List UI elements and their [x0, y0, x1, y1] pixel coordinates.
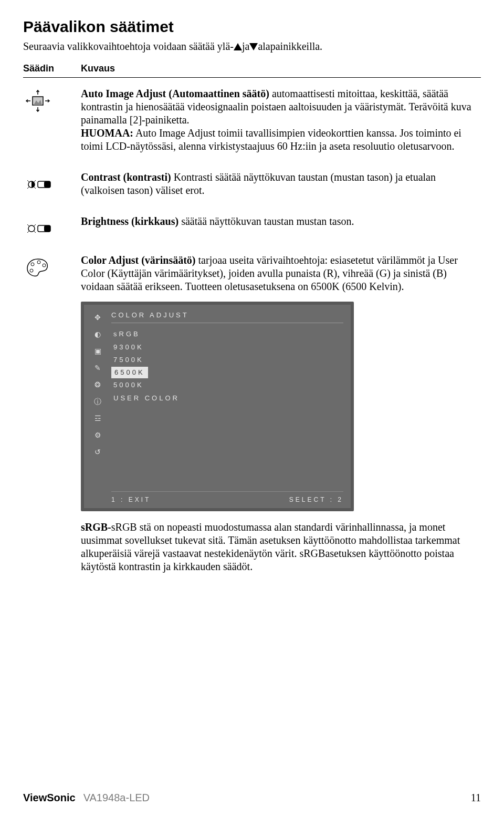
up-arrow-icon [234, 43, 242, 50]
osd-side-auto-icon: ✥ [93, 312, 104, 324]
footer-page-number: 11 [471, 791, 481, 804]
osd-side-setup-icon: ⚙ [93, 430, 104, 441]
color-adjust-desc: Color Adjust (värinsäätö) tarjoaa useita… [81, 254, 481, 293]
osd-item-user-color[interactable]: USER COLOR [111, 392, 343, 404]
svg-line-4 [34, 180, 36, 182]
footer-brand: ViewSonic [23, 792, 76, 803]
brightness-label: Brightness (kirkkaus) [81, 215, 178, 227]
srgb-text: sRGB stä on nopeasti muodostumassa alan … [81, 521, 460, 572]
intro-post: alapainikkeilla. [258, 40, 322, 52]
brightness-desc: Brightness (kirkkaus) säätää näyttökuvan… [81, 215, 481, 228]
svg-point-19 [30, 269, 33, 272]
osd-menu-list: sRGB 9300K 7500K 6500K 5000K USER COLOR [111, 328, 343, 486]
contrast-icon [23, 172, 52, 197]
svg-line-10 [27, 224, 29, 226]
auto-image-adjust-icon [23, 88, 52, 113]
table-row: Brightness (kirkkaus) säätää näyttökuvan… [23, 215, 481, 244]
contrast-desc: Contrast (kontrasti) Kontrasti säätää nä… [81, 171, 481, 197]
intro-pre: Seuraavia valikkovaihtoehtoja voidaan sä… [23, 40, 234, 52]
osd-side-color-icon: ✎ [93, 363, 104, 374]
table-row: Contrast (kontrasti) Kontrasti säätää nä… [23, 171, 481, 205]
osd-side-info-icon: ⓘ [93, 396, 104, 408]
down-arrow-icon [249, 43, 258, 50]
osd-side-contrast-icon: ◐ [93, 329, 104, 340]
auto-note-label: HUOMAA: [81, 127, 133, 139]
table-row: Color Adjust (värinsäätö) tarjoaa useita… [23, 254, 481, 582]
osd-panel: ✥ ◐ ▣ ✎ ❂ ⓘ ☲ ⚙ ↺ COLOR ADJUST sRGB [81, 302, 354, 511]
svg-line-3 [27, 180, 29, 182]
osd-select-label: SELECT : 2 [289, 496, 343, 504]
brightness-text: säätää näyttökuvan taustan mustan tason. [178, 215, 354, 227]
auto-image-adjust-desc: Auto Image Adjust (Automaattinen säätö) … [81, 87, 481, 153]
osd-item-7500k[interactable]: 7500K [111, 354, 343, 366]
osd-item-5000k[interactable]: 5000K [111, 379, 343, 391]
color-adjust-icon [23, 255, 52, 280]
page-title: Päävalikon säätimet [23, 17, 481, 37]
intro-text: Seuraavia valikkovaihtoehtoja voidaan sä… [23, 40, 481, 53]
controls-table: Säädin Kuvaus Auto Image Adjust (Automaa… [23, 63, 481, 582]
svg-line-6 [34, 187, 36, 189]
table-header-description: Kuvaus [81, 63, 481, 75]
table-header-control: Säädin [23, 63, 81, 75]
svg-line-11 [34, 224, 36, 226]
table-row: Auto Image Adjust (Automaattinen säätö) … [23, 87, 481, 161]
brightness-icon [23, 216, 52, 241]
svg-point-17 [37, 261, 40, 264]
table-header-row: Säädin Kuvaus [23, 63, 481, 78]
footer-model: VA1948a-LED [83, 792, 150, 803]
osd-title: COLOR ADJUST [111, 310, 343, 323]
osd-footer: 1 : EXIT SELECT : 2 [111, 491, 343, 504]
osd-item-9300k[interactable]: 9300K [111, 342, 343, 353]
svg-line-13 [34, 231, 36, 233]
osd-item-srgb[interactable]: sRGB [111, 328, 343, 340]
osd-exit-label: 1 : EXIT [111, 496, 151, 504]
contrast-label: Contrast (kontrasti) [81, 171, 171, 183]
osd-sidebar: ✥ ◐ ▣ ✎ ❂ ⓘ ☲ ⚙ ↺ [88, 310, 109, 504]
srgb-label: sRGB- [81, 521, 111, 533]
osd-side-manual-icon: ☲ [93, 413, 104, 425]
srgb-desc: sRGB-sRGB stä on nopeasti muodostumassa … [81, 521, 481, 573]
osd-item-6500k[interactable]: 6500K [111, 367, 148, 378]
svg-line-5 [27, 187, 29, 189]
osd-side-palette-icon: ❂ [93, 379, 104, 391]
svg-rect-8 [44, 181, 50, 188]
auto-label: Auto Image Adjust (Automaattinen säätö) [81, 88, 269, 99]
osd-side-input-icon: ▣ [93, 346, 104, 357]
svg-rect-15 [44, 225, 50, 232]
svg-line-12 [27, 231, 29, 233]
svg-point-16 [31, 263, 34, 266]
color-label: Color Adjust (värinsäätö) [81, 254, 196, 266]
page-footer: ViewSonic VA1948a-LED 11 [23, 791, 481, 804]
osd-side-reset-icon: ↺ [93, 447, 104, 458]
svg-point-18 [43, 264, 46, 267]
auto-note-text: Auto Image Adjust toimii tavallisimpien … [81, 127, 461, 152]
intro-mid: ja [242, 40, 249, 52]
